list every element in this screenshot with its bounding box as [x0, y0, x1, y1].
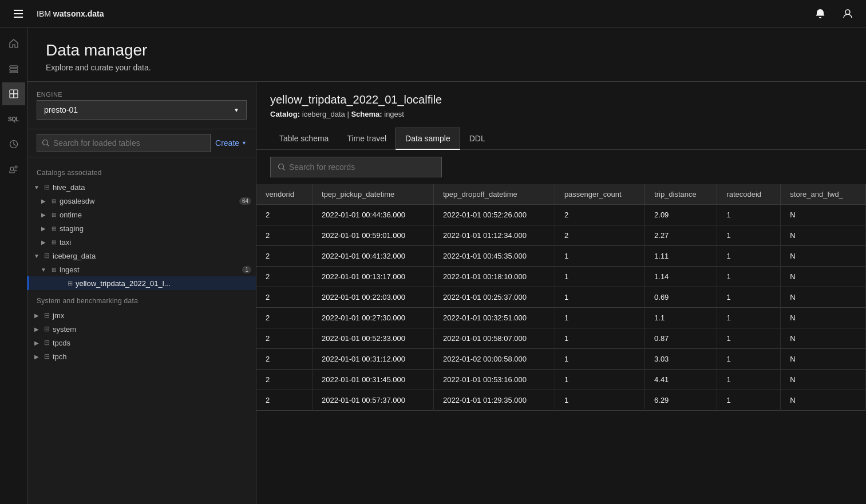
- table-cell: 2: [256, 267, 313, 287]
- table-cell: 2: [555, 225, 644, 246]
- tree-item-taxi[interactable]: ▶ ⊞ taxi: [27, 235, 256, 249]
- svg-rect-6: [10, 94, 14, 98]
- chevron-right-icon: ▶: [32, 338, 41, 347]
- tree-item-iceberg_data[interactable]: ▼ ⊟ iceberg_data: [27, 249, 256, 263]
- table-cell: 2: [256, 349, 313, 370]
- table-row: 22022-01-01 00:31:12.0002022-01-02 00:00…: [256, 349, 866, 370]
- table-cell: 2: [256, 308, 313, 328]
- tree-item-label: gosalesdw: [60, 197, 236, 205]
- hamburger-menu-button[interactable]: [9, 5, 27, 23]
- nav-access-button[interactable]: [2, 158, 25, 181]
- tree-item-ingest[interactable]: ▼ ⊞ ingest 1: [27, 263, 256, 276]
- records-search: [256, 150, 866, 184]
- system-section-label: System and benchmarking data: [27, 290, 256, 308]
- create-chevron-icon: ▼: [242, 140, 247, 146]
- tab-data-sample[interactable]: Data sample: [396, 128, 460, 150]
- chevron-down-icon: ▼: [32, 182, 41, 192]
- col-dropoff: tpep_dropoff_datetime: [433, 184, 555, 205]
- tree-item-staging[interactable]: ▶ ⊞ staging: [27, 221, 256, 235]
- layers-icon: [9, 64, 19, 74]
- home-icon: [9, 38, 19, 49]
- col-pickup: tpep_pickup_datetime: [313, 184, 434, 205]
- tree-panel: Catalogs associated ▼ ⊟ hive_data ▶ ⊞ go…: [27, 157, 256, 504]
- app-name: IBM watsonx.data: [37, 9, 104, 18]
- table-row: 22022-01-01 00:22:03.0002022-01-01 00:25…: [256, 287, 866, 308]
- tree-item-system[interactable]: ▶ ⊟ system: [27, 322, 256, 336]
- create-label: Create: [215, 138, 239, 148]
- table-cell: 2.27: [645, 225, 717, 246]
- table-cell: 1: [555, 349, 644, 370]
- tree-item-label: taxi: [60, 238, 251, 247]
- table-cell: 1: [717, 287, 781, 308]
- right-panel: yellow_tripdata_2022_01_localfile Catalo…: [256, 82, 866, 504]
- svg-point-10: [15, 166, 17, 168]
- notifications-button[interactable]: [811, 5, 829, 23]
- table-cell: 6.29: [645, 390, 717, 411]
- nav-history-button[interactable]: [2, 133, 25, 156]
- table-cell: 2: [256, 205, 313, 225]
- tree-item-label: tpch: [53, 352, 251, 361]
- table-cell: 1: [555, 390, 644, 411]
- table-row: 22022-01-01 00:57:37.0002022-01-01 01:29…: [256, 390, 866, 411]
- data-manager-icon: [9, 89, 19, 99]
- tree-search-input[interactable]: [53, 138, 205, 148]
- table-cell: 1: [717, 390, 781, 411]
- top-nav: IBM watsonx.data: [0, 0, 866, 27]
- tab-ddl[interactable]: DDL: [460, 128, 495, 150]
- tree-item-tpcds[interactable]: ▶ ⊟ tpcds: [27, 336, 256, 350]
- chevron-down-icon: ▼: [39, 265, 48, 274]
- table-cell: N: [781, 246, 866, 267]
- table-cell: 4.41: [645, 370, 717, 390]
- table-cell: 1: [717, 246, 781, 267]
- table-cell: 2022-01-01 00:52:26.000: [433, 205, 555, 225]
- tree-item-label: ontime: [60, 211, 251, 219]
- table-cell: 2: [555, 205, 644, 225]
- tab-time-travel[interactable]: Time travel: [338, 128, 396, 150]
- detail-tabs: Table schema Time travel Data sample DDL: [256, 128, 866, 150]
- tree-item-label: system: [53, 325, 251, 334]
- schema-value: ingest: [384, 110, 404, 118]
- bell-icon: [814, 8, 826, 19]
- tree-item-label: hive_data: [53, 183, 251, 192]
- chevron-right-icon: ▶: [39, 210, 48, 219]
- tree-item-jmx[interactable]: ▶ ⊟ jmx: [27, 308, 256, 322]
- col-distance: trip_distance: [645, 184, 717, 205]
- catalog-value: iceberg_data: [302, 110, 345, 118]
- tab-table-schema[interactable]: Table schema: [270, 128, 338, 150]
- data-table-wrap[interactable]: vendorid tpep_pickup_datetime tpep_dropo…: [256, 184, 866, 504]
- tree-search-input-wrap: [37, 134, 211, 152]
- tree-item-gosalesdw[interactable]: ▶ ⊞ gosalesdw 64: [27, 194, 256, 208]
- table-cell: 2022-01-01 00:58:07.000: [433, 328, 555, 349]
- table-cell: 2022-01-01 00:57:37.000: [313, 390, 434, 411]
- chevron-right-icon: ▶: [32, 352, 41, 361]
- table-cell: 1: [717, 225, 781, 246]
- chevron-down-icon: ▼: [234, 107, 239, 113]
- top-nav-right: [811, 5, 857, 23]
- access-icon: [9, 164, 19, 174]
- col-passengers: passenger_count: [555, 184, 644, 205]
- svg-rect-2: [10, 69, 18, 70]
- tree-item-ontime[interactable]: ▶ ⊞ ontime: [27, 208, 256, 221]
- table-cell: 2022-01-01 00:53:16.000: [433, 370, 555, 390]
- table-cell: 1: [555, 370, 644, 390]
- tree-item-label: staging: [60, 224, 251, 233]
- tree-item-yellow-tripdata[interactable]: ⊞ yellow_tripdata_2022_01_l...: [27, 276, 256, 290]
- nav-home-button[interactable]: [2, 32, 25, 55]
- engine-selector: Engine presto-01 ▼: [27, 82, 256, 129]
- engine-dropdown-button[interactable]: presto-01 ▼: [37, 100, 247, 120]
- engine-value: presto-01: [44, 105, 78, 114]
- create-button[interactable]: Create ▼: [215, 138, 247, 148]
- nav-query-button[interactable]: SQL: [2, 108, 25, 130]
- table-cell: N: [781, 390, 866, 411]
- nav-infrastructure-button[interactable]: [2, 57, 25, 80]
- records-search-input[interactable]: [289, 162, 434, 172]
- engine-label: Engine: [37, 91, 247, 98]
- user-profile-button[interactable]: [839, 5, 857, 23]
- table-cell: 2022-01-01 00:52:33.000: [313, 328, 434, 349]
- nav-data-manager-button[interactable]: [2, 82, 25, 105]
- table-cell: N: [781, 205, 866, 225]
- tree-item-tpch[interactable]: ▶ ⊟ tpch: [27, 350, 256, 363]
- search-icon: [278, 163, 286, 171]
- tree-item-hive_data[interactable]: ▼ ⊟ hive_data: [27, 180, 256, 194]
- table-cell: 1.14: [645, 267, 717, 287]
